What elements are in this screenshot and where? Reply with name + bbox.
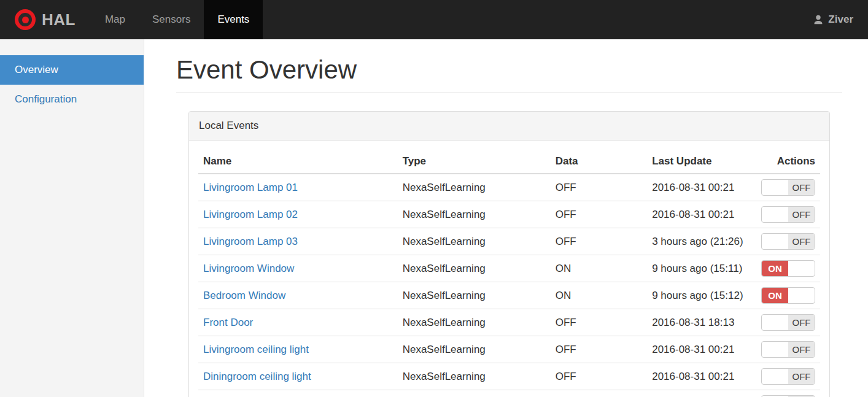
user-menu[interactable]: Ziver	[798, 0, 868, 39]
event-last-update: 9 hours ago (15:11)	[647, 255, 756, 282]
event-name-link[interactable]: Livingroom Lamp 03	[203, 236, 298, 247]
event-data: OFF	[551, 228, 648, 255]
top-navbar: HAL Map Sensors Events Ziver	[0, 0, 868, 39]
toggle-on-side	[762, 234, 788, 249]
brand[interactable]: HAL	[0, 0, 91, 39]
toggle-on-side	[762, 342, 788, 357]
event-data: OFF	[551, 201, 648, 228]
table-header-row: Name Type Data Last Update Actions	[198, 150, 820, 174]
toggle-on-side: ON	[762, 261, 788, 276]
page-layout: Overview Configuration Event Overview Lo…	[0, 39, 868, 397]
nav-item-events[interactable]: Events	[204, 0, 263, 39]
page-title: Event Overview	[176, 55, 842, 93]
event-type: NexaSelfLearning	[398, 255, 551, 282]
person-icon	[813, 14, 824, 25]
sidebar-item-overview[interactable]: Overview	[0, 55, 144, 85]
main-nav: Map Sensors Events	[91, 0, 263, 39]
event-data: ON	[551, 282, 648, 309]
table-row: Bedroom Window NexaSelfLearning ON 9 hou…	[198, 282, 820, 309]
event-name-link[interactable]: Livingroom Window	[203, 263, 294, 274]
event-last-update: 2016-08-31 00:21	[647, 390, 756, 397]
event-last-update: 3 hours ago (21:26)	[647, 228, 756, 255]
panel-title: Local Events	[189, 112, 829, 141]
event-last-update: 2016-08-31 00:21	[647, 363, 756, 390]
event-name-link[interactable]: Livingroom Lamp 02	[203, 209, 298, 220]
sidebar: Overview Configuration	[0, 39, 144, 397]
target-icon	[15, 9, 36, 30]
column-header-actions: Actions	[756, 150, 820, 174]
event-name-link[interactable]: Front Door	[203, 317, 253, 328]
event-type: NexaSelfLearning	[398, 336, 551, 363]
toggle-off-side: OFF	[788, 342, 815, 357]
event-data: OFF	[551, 336, 648, 363]
table-row: Livingroom Window NexaSelfLearning ON 9 …	[198, 255, 820, 282]
event-name-link[interactable]: Livingroom Lamp 01	[203, 182, 298, 193]
toggle-switch[interactable]: OFF	[761, 233, 815, 250]
toggle-off-side: OFF	[788, 369, 815, 384]
toggle-on-side: ON	[762, 288, 788, 303]
nav-item-sensors[interactable]: Sensors	[139, 0, 204, 39]
event-last-update: 9 hours ago (15:12)	[647, 282, 756, 309]
event-name-link[interactable]: Bedroom Window	[203, 290, 285, 301]
event-type: NexaSelfLearning	[398, 174, 551, 201]
toggle-on-side	[762, 207, 788, 222]
toggle-switch[interactable]: ON	[761, 260, 815, 277]
toggle-off-side	[788, 261, 815, 276]
column-header-data: Data	[551, 150, 648, 174]
panel-wrapper: Local Events Name Type Data Last Update …	[188, 111, 830, 397]
toggle-off-side: OFF	[788, 315, 815, 330]
event-data: ON	[551, 255, 648, 282]
sidebar-item-configuration[interactable]: Configuration	[0, 85, 144, 114]
table-row: Livingroom Lamp 02 NexaSelfLearning OFF …	[198, 201, 820, 228]
event-type: NexaSelfLearning	[398, 390, 551, 397]
table-row: Kitchen ceiling light NexaSelfLearning O…	[198, 390, 820, 397]
toggle-off-side: OFF	[788, 207, 815, 222]
column-header-last-update: Last Update	[647, 150, 756, 174]
table-row: Livingroom Lamp 03 NexaSelfLearning OFF …	[198, 228, 820, 255]
toggle-switch[interactable]: OFF	[761, 368, 815, 385]
toggle-on-side	[762, 315, 788, 330]
events-table-body: Livingroom Lamp 01 NexaSelfLearning OFF …	[198, 174, 820, 397]
event-data: OFF	[551, 174, 648, 201]
event-data: OFF	[551, 309, 648, 336]
toggle-off-side: OFF	[788, 180, 815, 195]
event-type: NexaSelfLearning	[398, 309, 551, 336]
nav-item-map[interactable]: Map	[91, 0, 139, 39]
brand-label: HAL	[42, 10, 76, 29]
local-events-panel: Local Events Name Type Data Last Update …	[188, 111, 830, 397]
toggle-on-side	[762, 369, 788, 384]
table-row: Diningroom ceiling light NexaSelfLearnin…	[198, 363, 820, 390]
table-row: Front Door NexaSelfLearning OFF 2016-08-…	[198, 309, 820, 336]
main-content: Event Overview Local Events Name Type Da…	[144, 39, 868, 397]
event-data: OFF	[551, 390, 648, 397]
column-header-type: Type	[398, 150, 551, 174]
event-name-link[interactable]: Livingroom ceiling light	[203, 344, 309, 355]
toggle-switch[interactable]: OFF	[761, 314, 815, 331]
toggle-off-side	[788, 288, 815, 303]
event-last-update: 2016-08-31 00:21	[647, 174, 756, 201]
user-name: Ziver	[828, 13, 853, 26]
table-row: Livingroom ceiling light NexaSelfLearnin…	[198, 336, 820, 363]
panel-body: Name Type Data Last Update Actions Livin…	[189, 141, 829, 397]
column-header-name: Name	[198, 150, 398, 174]
events-table: Name Type Data Last Update Actions Livin…	[198, 150, 820, 397]
event-type: NexaSelfLearning	[398, 228, 551, 255]
event-last-update: 2016-08-31 00:21	[647, 336, 756, 363]
event-data: OFF	[551, 363, 648, 390]
event-last-update: 2016-08-31 18:13	[647, 309, 756, 336]
event-last-update: 2016-08-31 00:21	[647, 201, 756, 228]
event-name-link[interactable]: Diningroom ceiling light	[203, 371, 311, 382]
event-type: NexaSelfLearning	[398, 363, 551, 390]
toggle-switch[interactable]: ON	[761, 287, 815, 304]
event-type: NexaSelfLearning	[398, 282, 551, 309]
toggle-switch[interactable]: OFF	[761, 179, 815, 196]
toggle-switch[interactable]: OFF	[761, 206, 815, 223]
toggle-off-side: OFF	[788, 234, 815, 249]
event-type: NexaSelfLearning	[398, 201, 551, 228]
toggle-on-side	[762, 180, 788, 195]
table-row: Livingroom Lamp 01 NexaSelfLearning OFF …	[198, 174, 820, 201]
toggle-switch[interactable]: OFF	[761, 341, 815, 358]
